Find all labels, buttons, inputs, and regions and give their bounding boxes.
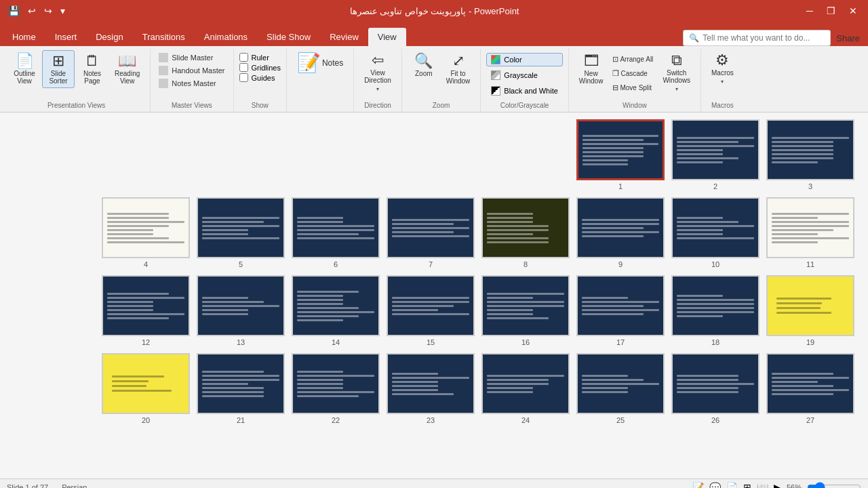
slide-item[interactable]: 20 [102,353,190,424]
slide-item[interactable]: 11 [766,197,854,268]
color-grayscale-label: Color/Grayscale [500,100,549,112]
ruler-checkbox-label[interactable]: Ruler [239,53,281,62]
slide-item[interactable]: 26 [671,353,760,424]
slide-item[interactable]: 5 [197,197,285,268]
slide-item[interactable]: 8 [481,197,570,268]
slide-number: 8 [524,260,528,268]
fit-to-window-button[interactable]: ⤢ Fit toWindow [441,50,475,88]
slide-item[interactable]: 16 [481,275,570,346]
zoom-icon: 🔍 [414,54,433,68]
guides-checkbox[interactable] [239,73,248,82]
notes-button[interactable]: 📝 Notes [292,50,348,76]
zoom-button[interactable]: 🔍 Zoom [408,50,440,81]
restore-button[interactable]: ❐ [821,3,841,19]
guides-checkbox-label[interactable]: Guides [239,73,281,82]
color-button[interactable]: Color [486,53,562,66]
reading-view-status[interactable]: 📖 [757,482,768,489]
switch-windows-split: ⧉ SwitchWindows ▾ [658,50,695,94]
slide-item[interactable]: 9 [576,197,665,268]
switch-windows-button[interactable]: ⧉ SwitchWindows [658,50,695,85]
window-title: پاورپوینت خواص تناوبی عنصرها - PowerPoin… [68,6,801,16]
slide-sorter-button[interactable]: ⊞ SlideSorter [42,50,75,88]
slide-number: 24 [521,416,530,424]
slide-number: 12 [142,338,150,346]
notes-master-item[interactable]: Notes Master [156,77,227,89]
slide-item[interactable]: 10 [671,197,760,268]
share-button[interactable]: Share [831,30,865,46]
window-group: 🗔 NewWindow ⊡ Arrange All ❒ Cascade ⊟ Mo… [569,49,701,112]
slide-item[interactable]: 2 [671,119,760,190]
slide-number: 18 [711,338,719,346]
notes-status-button[interactable]: 📝 [692,482,704,489]
slide-number: 21 [237,416,245,424]
notes-page-button[interactable]: 🗒 NotesPage [76,50,108,88]
tab-insert[interactable]: Insert [45,28,87,46]
grayscale-button[interactable]: Grayscale [486,68,562,82]
switch-windows-arrow[interactable]: ▾ [658,85,695,94]
tab-review[interactable]: Review [320,28,368,46]
zoom-slider[interactable] [807,482,861,489]
slide-sorter-view[interactable]: 2726252423222120191817161514131211109876… [0,113,868,479]
slide-item[interactable]: 14 [292,275,380,346]
outline-view-button[interactable]: 📄 OutlineView [8,50,41,88]
tell-me-box[interactable]: 🔍 [683,30,831,46]
tab-home[interactable]: Home [3,28,45,46]
color-grayscale-group: Color Grayscale Black and White Color/Gr… [481,49,568,112]
slide-item[interactable]: 15 [387,275,475,346]
macros-icon: ⚙ [715,53,729,68]
slide-item[interactable]: 3 [766,119,854,190]
close-button[interactable]: ✕ [844,3,863,19]
slide-item[interactable]: 1 [576,119,665,190]
tab-slideshow[interactable]: Slide Show [257,28,320,46]
slide-item[interactable]: 17 [576,275,665,346]
gridlines-checkbox-label[interactable]: Gridlines [239,63,281,72]
slide-item[interactable]: 12 [102,275,190,346]
redo-button[interactable]: ↪ [41,4,55,18]
cascade-button[interactable]: ❒ Cascade [609,67,656,80]
slide-item[interactable]: 18 [671,275,760,346]
arrange-all-button[interactable]: ⊡ Arrange All [609,53,656,66]
color-swatch [491,55,500,64]
tell-me-input[interactable] [703,33,825,43]
slide-item[interactable]: 6 [292,197,380,268]
slide-item[interactable]: 24 [481,353,570,424]
slide-item[interactable]: 19 [766,275,854,346]
tab-animations[interactable]: Animations [195,28,257,46]
quick-access-more-button[interactable]: ▾ [58,4,68,18]
slide-sorter-status[interactable]: ⊞ [743,482,751,489]
tab-transitions[interactable]: Transitions [133,28,195,46]
comments-button[interactable]: 💬 [709,482,721,489]
slide-item[interactable]: 13 [197,275,285,346]
presentation-views-buttons: 📄 OutlineView ⊞ SlideSorter 🗒 NotesPage … [8,50,144,100]
tab-design[interactable]: Design [86,28,132,46]
slide-master-item[interactable]: Slide Master [156,52,227,64]
view-direction-button[interactable]: ⇦ ViewDirection [359,50,395,85]
ruler-checkbox[interactable] [239,53,248,62]
gridlines-checkbox[interactable] [239,63,248,72]
reading-view-button[interactable]: 📖 ReadingView [110,50,144,88]
macros-button[interactable]: ⚙ Macros [707,50,738,78]
slideshow-status[interactable]: ▶ [774,482,781,489]
new-window-button[interactable]: 🗔 NewWindow [574,50,608,88]
slide-item[interactable]: 27 [766,353,854,424]
slide-item[interactable]: 4 [102,197,190,268]
macros-arrow-button[interactable]: ▾ [707,78,738,86]
main-area: 2726252423222120191817161514131211109876… [0,113,868,479]
tab-view[interactable]: View [368,28,406,46]
slide-item[interactable]: 22 [292,353,380,424]
view-direction-arrow-button[interactable]: ▾ [359,85,395,94]
normal-view-status[interactable]: 📄 [726,482,738,489]
language-indicator: Persian [62,483,87,489]
slide-item[interactable]: 23 [387,353,475,424]
slide-item[interactable]: 25 [576,353,665,424]
slide-item[interactable]: 21 [197,353,285,424]
master-views-group: Slide Master Handout Master Notes Master… [151,49,233,112]
move-split-button[interactable]: ⊟ Move Split [609,81,656,94]
show-group: Ruler Gridlines Guides Show [234,49,287,112]
handout-master-item[interactable]: Handout Master [156,64,227,77]
slide-item[interactable]: 7 [387,197,475,268]
undo-button[interactable]: ↩ [25,4,39,18]
minimize-button[interactable]: ─ [801,3,818,19]
black-white-button[interactable]: Black and White [486,84,562,98]
save-button[interactable]: 💾 [5,4,22,18]
